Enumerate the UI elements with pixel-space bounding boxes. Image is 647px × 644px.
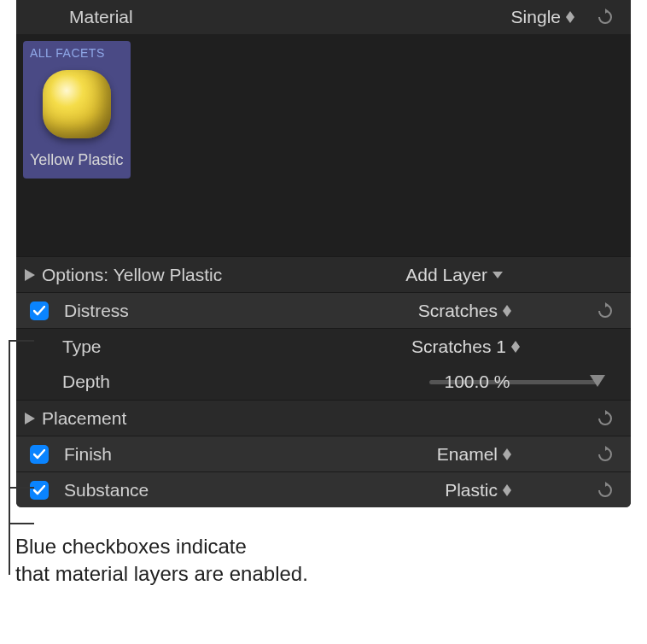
svg-marker-3 — [25, 269, 35, 281]
add-layer-label: Add Layer — [405, 265, 487, 285]
reset-icon[interactable] — [597, 302, 614, 319]
placement-label: Placement — [42, 408, 126, 429]
callout-line — [9, 340, 34, 342]
depth-row: Depth 100.0 % — [16, 364, 631, 400]
type-select[interactable]: Scratches 1 — [411, 337, 520, 357]
reset-icon[interactable] — [597, 482, 614, 499]
facets-area: ALL FACETS Yellow Plastic — [16, 34, 631, 256]
updown-arrows-icon — [511, 341, 520, 353]
svg-marker-4 — [493, 272, 503, 278]
add-layer-dropdown[interactable]: Add Layer — [405, 265, 503, 285]
svg-marker-11 — [605, 410, 609, 415]
material-mode-value: Single — [511, 7, 561, 27]
svg-marker-14 — [605, 446, 609, 451]
material-mode-select[interactable]: Single — [511, 7, 574, 27]
finish-value: Enamel — [437, 444, 498, 465]
finish-checkbox[interactable] — [30, 445, 49, 464]
svg-marker-15 — [503, 484, 511, 490]
material-thumbnail — [43, 70, 111, 138]
type-value: Scratches 1 — [411, 337, 506, 357]
type-row: Type Scratches 1 — [16, 328, 631, 364]
substance-label: Substance — [64, 480, 149, 501]
svg-marker-17 — [605, 482, 609, 487]
callout-line — [9, 523, 34, 524]
updown-arrows-icon — [503, 484, 511, 496]
substance-value: Plastic — [445, 480, 498, 501]
caption-line1: Blue checkboxes indicate — [15, 533, 647, 560]
svg-marker-5 — [503, 305, 511, 311]
depth-label: Depth — [62, 372, 110, 392]
svg-marker-12 — [503, 448, 511, 454]
options-row: Options: Yellow Plastic Add Layer — [16, 256, 631, 292]
disclosure-triangle-icon[interactable] — [25, 413, 35, 424]
caption-line2: that material layers are enabled. — [15, 560, 647, 588]
callout-line — [9, 340, 10, 575]
reset-icon[interactable] — [597, 9, 614, 26]
substance-row: Substance Plastic — [16, 471, 631, 507]
facet-badge: ALL FACETS — [30, 46, 124, 60]
callout-line — [9, 487, 34, 489]
distress-select[interactable]: Scratches — [418, 301, 511, 321]
substance-select[interactable]: Plastic — [445, 480, 511, 501]
svg-marker-1 — [566, 17, 574, 23]
svg-marker-7 — [605, 302, 609, 307]
header-row: Material Single — [16, 0, 631, 34]
type-label: Type — [62, 337, 102, 357]
material-preview — [38, 65, 116, 143]
disclosure-triangle-icon[interactable] — [25, 269, 35, 281]
placement-row: Placement — [16, 400, 631, 436]
distress-label: Distress — [64, 301, 129, 321]
svg-marker-9 — [511, 347, 520, 353]
slider-thumb-icon[interactable] — [590, 375, 605, 387]
updown-arrows-icon — [503, 305, 511, 317]
chevron-down-icon — [493, 272, 503, 278]
panel-title: Material — [69, 7, 133, 27]
depth-value[interactable]: 100.0 % — [422, 372, 533, 392]
caption: Blue checkboxes indicate that material l… — [15, 533, 647, 588]
svg-marker-0 — [566, 11, 574, 17]
finish-row: Finish Enamel — [16, 436, 631, 471]
svg-marker-6 — [503, 311, 511, 317]
distress-checkbox[interactable] — [30, 302, 49, 320]
svg-marker-8 — [511, 341, 520, 347]
substance-checkbox[interactable] — [30, 481, 49, 500]
distress-value: Scratches — [418, 301, 498, 321]
finish-label: Finish — [64, 444, 112, 465]
updown-arrows-icon — [566, 11, 574, 23]
svg-marker-16 — [503, 490, 511, 496]
svg-marker-10 — [25, 413, 35, 424]
updown-arrows-icon — [503, 448, 511, 460]
distress-row: Distress Scratches — [16, 292, 631, 328]
finish-select[interactable]: Enamel — [437, 444, 511, 465]
svg-marker-2 — [605, 9, 609, 14]
material-name: Yellow Plastic — [30, 150, 124, 170]
options-label: Options: Yellow Plastic — [42, 265, 222, 285]
facet-card[interactable]: ALL FACETS Yellow Plastic — [23, 41, 131, 179]
reset-icon[interactable] — [597, 446, 614, 463]
reset-icon[interactable] — [597, 410, 614, 427]
svg-marker-13 — [503, 454, 511, 460]
material-inspector-panel: Material Single ALL FACETS Yellow Plasti… — [16, 0, 631, 507]
